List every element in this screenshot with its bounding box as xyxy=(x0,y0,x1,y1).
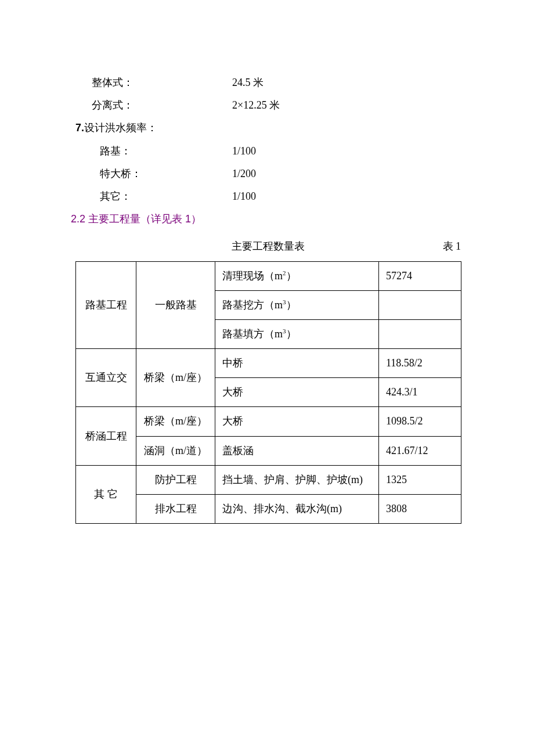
cell-subcategory: 一般路基 xyxy=(136,261,215,349)
cell-value: 118.58/2 xyxy=(379,349,461,378)
quantities-table: 路基工程 一般路基 清理现场（m2） 57274 路基挖方（m3） 路基填方（m… xyxy=(75,261,461,524)
spec-row: 7.设计洪水频率： xyxy=(75,121,459,135)
spec-number: 7. xyxy=(75,122,84,134)
cell-category: 桥涵工程 xyxy=(76,407,136,465)
cell-item: 路基挖方（m3） xyxy=(215,290,379,319)
section-heading: 2.2 主要工程量（详见表 1） xyxy=(71,212,459,226)
spec-value: 1/100 xyxy=(232,189,256,204)
cell-item: 路基填方（m3） xyxy=(215,319,379,348)
cell-subcategory: 排水工程 xyxy=(136,495,215,524)
spec-row: 分离式： 2×12.25 米 xyxy=(75,98,459,113)
cell-value xyxy=(379,290,461,319)
spec-row: 整体式： 24.5 米 xyxy=(75,75,459,90)
spec-row: 其它： 1/100 xyxy=(75,189,459,204)
cell-value: 1325 xyxy=(379,465,461,494)
cell-category: 路基工程 xyxy=(76,261,136,349)
table-row: 其 它 防护工程 挡土墙、护肩、护脚、护坡(m) 1325 xyxy=(76,465,461,494)
spec-label: 7.设计洪水频率： xyxy=(75,121,232,135)
spec-label: 其它： xyxy=(75,189,232,204)
cell-item: 大桥 xyxy=(215,378,379,407)
cell-value: 57274 xyxy=(379,261,461,290)
cell-subcategory: 桥梁（m/座） xyxy=(136,349,215,407)
cell-value: 3808 xyxy=(379,495,461,524)
spec-row: 路基： 1/100 xyxy=(75,144,459,159)
cell-category: 其 它 xyxy=(76,465,136,523)
table-row: 路基工程 一般路基 清理现场（m2） 57274 xyxy=(76,261,461,290)
cell-item: 中桥 xyxy=(215,349,379,378)
cell-item: 挡土墙、护肩、护脚、护坡(m) xyxy=(215,465,379,494)
spec-value: 24.5 米 xyxy=(232,75,264,90)
cell-value xyxy=(379,319,461,348)
cell-subcategory: 防护工程 xyxy=(136,465,215,494)
table-title: 主要工程数量表 xyxy=(232,239,305,254)
spec-value: 1/100 xyxy=(232,144,256,159)
spec-value: 1/200 xyxy=(232,167,256,181)
cell-subcategory: 涵洞（m/道） xyxy=(136,436,215,465)
spec-label: 整体式： xyxy=(75,75,232,90)
spec-row: 特大桥： 1/200 xyxy=(75,167,459,181)
spec-label: 特大桥： xyxy=(75,167,232,181)
spec-label: 路基： xyxy=(75,144,232,159)
table-row: 互通立交 桥梁（m/座） 中桥 118.58/2 xyxy=(76,349,461,378)
spec-label: 分离式： xyxy=(75,98,232,113)
cell-item: 盖板涵 xyxy=(215,436,379,465)
cell-value: 424.3/1 xyxy=(379,378,461,407)
cell-category: 互通立交 xyxy=(76,349,136,407)
spec-list: 整体式： 24.5 米 分离式： 2×12.25 米 7.设计洪水频率： 路基：… xyxy=(75,75,459,204)
table-row: 桥涵工程 桥梁（m/座） 大桥 1098.5/2 xyxy=(76,407,461,436)
cell-subcategory: 桥梁（m/座） xyxy=(136,407,215,436)
cell-value: 1098.5/2 xyxy=(379,407,461,436)
spec-value: 2×12.25 米 xyxy=(232,98,280,113)
spec-label-text: 设计洪水频率： xyxy=(84,122,157,134)
cell-value: 421.67/12 xyxy=(379,436,461,465)
cell-item: 大桥 xyxy=(215,407,379,436)
cell-item: 清理现场（m2） xyxy=(215,261,379,290)
table-number-label: 表 1 xyxy=(443,239,461,254)
cell-item: 边沟、排水沟、截水沟(m) xyxy=(215,495,379,524)
table-title-row: 主要工程数量表 表 1 xyxy=(75,239,461,254)
